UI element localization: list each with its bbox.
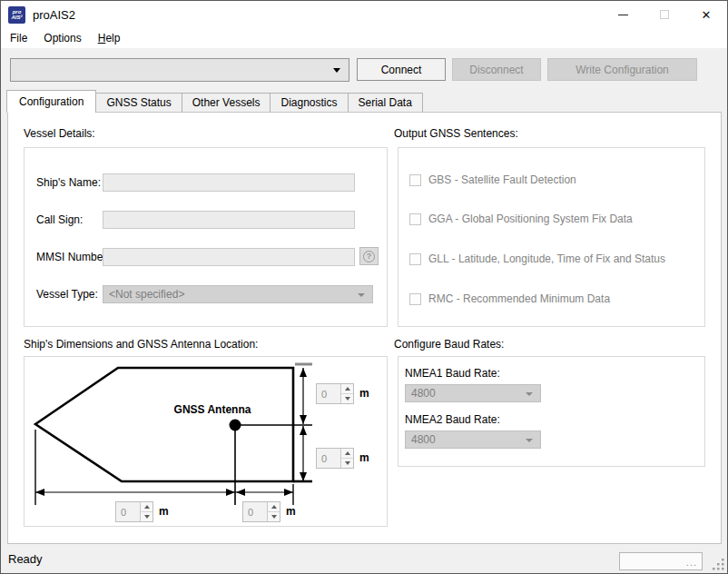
gnss-antenna-label: GNSS Antenna xyxy=(158,403,267,416)
unit-label: m xyxy=(286,505,296,518)
disconnect-button[interactable]: Disconnect xyxy=(452,58,541,81)
nmea1-baud-value: 4800 xyxy=(411,387,436,400)
help-icon: ? xyxy=(363,251,375,262)
dimensions-group: GNSS Antenna 0 m 0 m 0 xyxy=(24,356,388,527)
toolbar: Connect Disconnect Write Configuration xyxy=(1,48,727,83)
nmea1-baud-combo[interactable]: 4800 xyxy=(405,384,541,402)
nmea1-baud-label: NMEA1 Baud Rate: xyxy=(405,367,500,380)
dimension-d-spinner[interactable]: 0 xyxy=(242,501,280,522)
maximize-icon xyxy=(660,10,669,19)
configuration-tabpage: Vessel Details: Ship's Name: Call Sign: … xyxy=(7,112,722,544)
gga-checkbox-label: GGA - Global Positioning System Fix Data xyxy=(428,213,633,225)
connect-button[interactable]: Connect xyxy=(357,58,446,81)
vessel-type-label: Vessel Type: xyxy=(36,288,98,301)
chevron-down-icon xyxy=(358,293,365,297)
call-sign-input[interactable] xyxy=(103,211,355,229)
spin-down-button[interactable] xyxy=(341,393,353,403)
app-icon: pro AIS² xyxy=(8,6,25,24)
dimension-d-value: 0 xyxy=(243,502,267,521)
vessel-details-group: Ship's Name: Call Sign: MMSI Number: ? V… xyxy=(24,147,388,327)
call-sign-label: Call Sign: xyxy=(36,213,83,226)
triangle-up-icon xyxy=(144,505,150,509)
tab-gnss-status[interactable]: GNSS Status xyxy=(95,93,182,112)
triangle-down-icon xyxy=(345,397,350,401)
output-gnss-group: GBS - Satellite Fault Detection GGA - Gl… xyxy=(398,147,705,327)
spin-up-button[interactable] xyxy=(341,449,353,458)
spin-down-button[interactable] xyxy=(341,458,353,468)
spin-buttons xyxy=(267,502,280,521)
tab-other-vessels[interactable]: Other Vessels xyxy=(182,93,271,112)
spin-up-button[interactable] xyxy=(268,502,280,511)
rmc-checkbox-label: RMC - Recommended Minimum Data xyxy=(428,292,610,305)
triangle-up-icon xyxy=(345,387,350,391)
tab-configuration[interactable]: Configuration xyxy=(6,90,96,113)
close-icon: ✕ xyxy=(702,9,712,21)
tab-diagnostics[interactable]: Diagnostics xyxy=(270,93,348,112)
device-select-combo[interactable] xyxy=(10,58,349,82)
dimensions-title: Ship's Dimensions and GNSS Antenna Locat… xyxy=(24,338,258,351)
tabs: Configuration GNSS Status Other Vessels … xyxy=(7,90,423,112)
vessel-type-value: <Not specified> xyxy=(109,288,184,301)
ships-name-label: Ship's Name: xyxy=(36,176,101,189)
close-button[interactable]: ✕ xyxy=(685,1,727,28)
mmsi-number-label: MMSI Number: xyxy=(36,251,110,263)
window-title: proAIS2 xyxy=(33,8,75,22)
chevron-down-icon xyxy=(333,68,340,73)
spin-buttons xyxy=(140,502,152,521)
spin-buttons xyxy=(340,384,353,403)
unit-label: m xyxy=(359,451,369,464)
window-controls: ✕ xyxy=(602,1,727,28)
dimension-c-spinner[interactable]: 0 xyxy=(316,448,354,469)
baud-rates-title: Configure Baud Rates: xyxy=(394,338,504,351)
ship-diagram xyxy=(25,357,387,526)
write-configuration-button[interactable]: Write Configuration xyxy=(547,58,697,81)
gga-checkbox[interactable] xyxy=(409,213,421,225)
spin-up-button[interactable] xyxy=(141,502,152,511)
mmsi-number-input[interactable] xyxy=(103,248,355,266)
nmea2-baud-combo[interactable]: 4800 xyxy=(405,430,541,449)
dimension-a-value: 0 xyxy=(116,502,140,521)
titlebar: pro AIS² proAIS2 ✕ xyxy=(1,1,727,28)
nmea2-baud-label: NMEA2 Baud Rate: xyxy=(405,413,500,426)
chevron-down-icon xyxy=(526,392,533,396)
spin-down-button[interactable] xyxy=(141,511,152,521)
gga-checkbox-row: GGA - Global Positioning System Fix Data xyxy=(409,213,633,225)
dimension-a-spinner[interactable]: 0 xyxy=(115,501,153,522)
dimension-b-spinner[interactable]: 0 xyxy=(316,383,354,404)
minimize-icon xyxy=(618,15,628,15)
statusbar: Ready ... xyxy=(1,546,727,573)
output-gnss-title: Output GNSS Sentences: xyxy=(394,127,518,140)
gll-checkbox-row: GLL - Latitude, Longitude, Time of Fix a… xyxy=(409,252,665,265)
tabstrip: Configuration GNSS Status Other Vessels … xyxy=(1,83,727,112)
ships-name-input[interactable] xyxy=(103,173,355,192)
tab-serial-data[interactable]: Serial Data xyxy=(348,93,423,112)
triangle-up-icon xyxy=(345,451,350,455)
gbs-checkbox[interactable] xyxy=(409,174,421,186)
maximize-button[interactable] xyxy=(644,1,685,28)
spin-up-button[interactable] xyxy=(341,384,353,393)
spin-buttons xyxy=(340,449,353,468)
app-window: pro AIS² proAIS2 ✕ File Options Help Con… xyxy=(0,0,728,574)
mmsi-help-button[interactable]: ? xyxy=(359,247,379,265)
triangle-down-icon xyxy=(271,515,277,519)
vessel-details-title: Vessel Details: xyxy=(24,127,95,140)
rmc-checkbox[interactable] xyxy=(409,293,421,305)
spin-down-button[interactable] xyxy=(268,511,280,521)
baud-rates-group: NMEA1 Baud Rate: 4800 NMEA2 Baud Rate: 4… xyxy=(398,356,705,467)
status-text: Ready xyxy=(8,552,43,566)
nmea2-baud-value: 4800 xyxy=(411,433,436,446)
dimension-c-value: 0 xyxy=(317,449,340,468)
resize-grip[interactable] xyxy=(713,559,724,570)
triangle-down-icon xyxy=(345,461,350,465)
menu-file[interactable]: File xyxy=(2,29,35,47)
chevron-down-icon xyxy=(526,439,533,442)
gll-checkbox-label: GLL - Latitude, Longitude, Time of Fix a… xyxy=(428,252,665,265)
gbs-checkbox-row: GBS - Satellite Fault Detection xyxy=(409,173,576,186)
gll-checkbox[interactable] xyxy=(409,253,421,265)
menu-options[interactable]: Options xyxy=(35,29,89,47)
minimize-button[interactable] xyxy=(602,1,644,28)
unit-label: m xyxy=(159,505,169,518)
menu-help[interactable]: Help xyxy=(90,29,129,47)
vessel-type-combo[interactable]: <Not specified> xyxy=(103,285,373,303)
rmc-checkbox-row: RMC - Recommended Minimum Data xyxy=(409,292,610,305)
